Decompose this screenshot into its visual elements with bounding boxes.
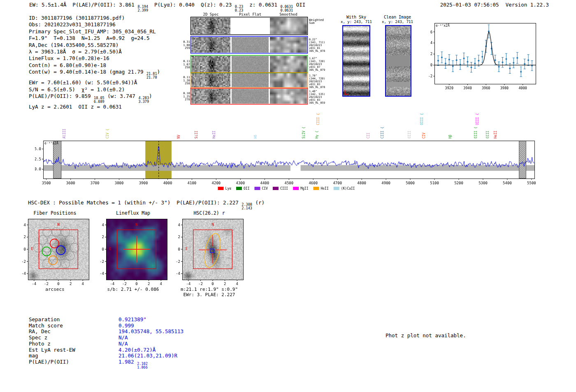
timestamp-version: 2025-01-03 07:56:05Version 1.22.3 (440, 2, 549, 8)
clean-image-coords: x, y: 243, 711 (375, 20, 420, 24)
match-label: Spec z (29, 335, 118, 341)
clean-image-title: Clean Image (375, 15, 420, 19)
match-value: 0.999 (118, 322, 134, 329)
info-line: Primary Spec_Slot_IFU_AMP: 305_034_056_R… (29, 28, 160, 35)
hsc-r-cutout (169, 216, 249, 287)
match-label: Match score (29, 323, 118, 329)
lineflux-xlabel: s/b: 2.71 +/- 0.086 (93, 287, 173, 292)
hsc-match-header: HSC-DEX : Possible Matches = 1 (within +… (28, 199, 265, 210)
match-row: Spec zN/A (29, 335, 183, 341)
info-line: Cont(w) = 9.40(±0.14)e-18 (gmag 21.79 21… (29, 69, 160, 79)
full-spectrum-plot (35, 108, 541, 193)
info-line: LineFlux = 1.70(±0.28)e-16 (29, 55, 160, 62)
info-line: Cont(n) = 6.80(±0.90)e-18 (29, 62, 160, 69)
match-value: N/A (118, 341, 128, 347)
version-label: Version 1.22.3 (506, 2, 549, 8)
lineflux-map-cutout (93, 216, 173, 287)
hsc-xlabel: m:21.1 re:1.9" s:0.9" (169, 287, 249, 292)
detection-info-block: ID: 3011877196 (3011877196.pdf)Obs: 2021… (29, 15, 160, 110)
info-line: λ = 3963.18Å σ = 2.79(±0.50)Å (29, 49, 160, 55)
match-label: P(LAE)/P(OII) (29, 359, 118, 365)
info-line: P(LAE)/P(OII): 9.859 18.056.089 (w: 3.74… (29, 93, 160, 104)
clean-image (385, 25, 411, 97)
line-fit-plot (425, 17, 540, 100)
info-line: S/N = 6.5(±0.5) χ² = 1.0(±0.2) (29, 86, 160, 93)
lineflux-map-title: Lineflux Map (93, 210, 173, 216)
with-sky-image (342, 25, 370, 97)
match-row: Separation0.921389" (29, 317, 183, 323)
match-label: Photo z (29, 341, 118, 347)
timestamp: 2025-01-03 07:56:05 (440, 2, 499, 8)
with-sky-title: With Sky (334, 15, 379, 19)
match-value: 21.06(21.03,21.09)R (118, 353, 177, 359)
match-row: Photo zN/A (29, 341, 183, 347)
with-sky-coords: x, y: 243, 711 (334, 20, 379, 24)
2d-spec-cutouts-panel (180, 12, 328, 108)
summary-header: EW: 5.5±1.4Å P(LAE)/P(OII): 3.861 8.1942… (29, 2, 305, 12)
fiber-xlabel: arcsecs (15, 287, 95, 292)
fiber-positions-title: Fiber Positions (15, 210, 95, 216)
info-line: ID: 3011877196 (3011877196.pdf) (29, 15, 160, 21)
match-value: 1.982 2.1021.866 (118, 359, 148, 365)
info-line: Obs: 20210223v031_3011877196 (29, 21, 160, 28)
match-row: mag21.06(21.03,21.09)R (29, 353, 183, 359)
info-line: EWr = 7.60(±1.60) (w: 5.50(±0.94))Å (29, 79, 160, 86)
match-value: N/A (118, 334, 128, 341)
match-row: Match score0.999 (29, 323, 183, 329)
hsc-xlabel2: EWr: 3. PLAE: 2.227 (169, 292, 249, 297)
fiber-positions-cutout (15, 216, 95, 287)
match-value: 0.921389" (118, 316, 146, 322)
elixer-report-page: EW: 5.5±1.4Å P(LAE)/P(OII): 3.861 8.1942… (0, 0, 576, 392)
photz-note: Phot z plot not available. (386, 332, 466, 339)
match-row: P(LAE)/P(OII)1.982 2.1021.866 (29, 359, 183, 369)
info-line: F=1.9" T=0.138 N=1.25 A=0.92 g=24.5 (29, 35, 160, 42)
match-row: Est LyA rest-EW4.20(±0.72)Å (29, 347, 183, 353)
match-label: RA, Dec (29, 329, 118, 335)
match-label: Separation (29, 317, 118, 323)
match-value: 4.20(±0.72)Å (118, 347, 156, 353)
catalog-match-table: Separation0.921389"Match score0.999RA, D… (29, 317, 183, 369)
match-row: RA, Dec194.035748, 55.585113 (29, 329, 183, 335)
info-line: RA,Dec (194.035400,55.585278) (29, 42, 160, 49)
match-label: Est LyA rest-EW (29, 347, 118, 353)
match-value: 194.035748, 55.585113 (118, 328, 183, 334)
hsc-cutout-title: HSC(26.2) r (169, 210, 249, 216)
match-label: mag (29, 353, 118, 359)
